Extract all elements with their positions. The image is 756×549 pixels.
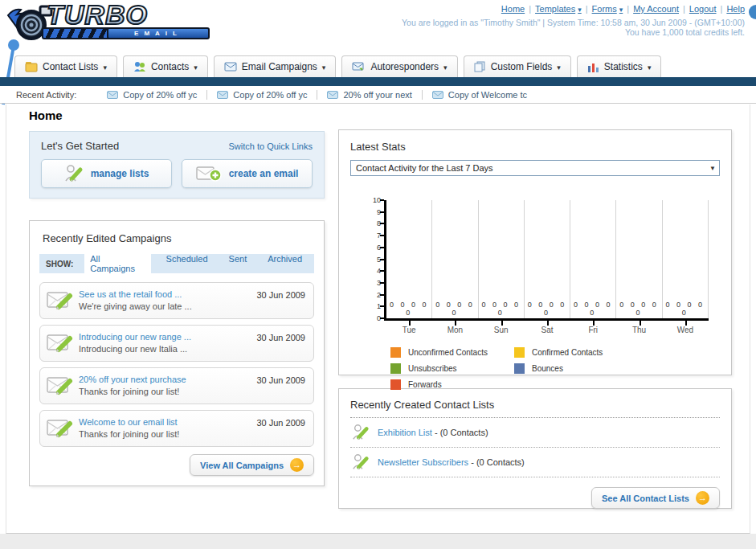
legend-item: Unsubscribes xyxy=(390,363,514,374)
legend-item: Confirmed Contacts xyxy=(514,347,638,358)
campaign-card[interactable]: Introducing our new range ... Introducin… xyxy=(39,325,314,362)
top-link-my-account[interactable]: My Account xyxy=(633,4,679,14)
legend-swatch xyxy=(390,347,401,358)
bar-value-labels: 0 0 0 0 0 xyxy=(570,301,615,317)
contact-list-link[interactable]: Newsletter Subscribers xyxy=(378,457,468,467)
recent-activity-item[interactable]: Copy of 20% off yc xyxy=(97,90,206,100)
top-link-help[interactable]: Help xyxy=(726,4,745,14)
campaign-card[interactable]: See us at the retail food ... We're givi… xyxy=(39,282,314,319)
campaign-card[interactable]: Welcome to our email list Thanks for joi… xyxy=(39,410,314,447)
envelope-plus-icon xyxy=(196,165,222,182)
campaign-filter[interactable]: Sent xyxy=(223,252,253,276)
campaign-title-link[interactable]: See us at the retail food ... xyxy=(79,289,182,299)
switch-quick-links[interactable]: Switch to Quick Links xyxy=(228,141,313,151)
campaign-date: 30 Jun 2009 xyxy=(256,375,305,385)
envelope-icon xyxy=(432,91,443,99)
chevron-down-icon xyxy=(557,61,561,72)
contact-list-item[interactable]: Newsletter Subscribers - (0 Contacts) xyxy=(350,448,720,477)
campaign-card[interactable]: 20% off your next purchase Thanks for jo… xyxy=(39,367,314,404)
y-tick-mark xyxy=(380,259,384,260)
recent-activity-label: Recent Activity: xyxy=(16,90,76,100)
tab-statistics[interactable]: Statistics xyxy=(577,55,662,77)
chart-day-group: 0 0 0 0 0Fri xyxy=(570,200,616,318)
x-tick-label: Tue xyxy=(386,326,431,334)
person-pencil-icon xyxy=(64,164,84,183)
help-bubble-icon[interactable] xyxy=(749,5,756,19)
campaign-date: 30 Jun 2009 xyxy=(256,418,305,428)
campaign-title-link[interactable]: Welcome to our email list xyxy=(79,417,178,427)
logo-hatch-decoration xyxy=(42,27,111,39)
recent-activity-items: Copy of 20% off yc Copy of 20% off yc 20… xyxy=(97,90,537,100)
app-logo: TURBO EMAIL xyxy=(6,2,210,44)
contact-list-link[interactable]: Exhibition List xyxy=(378,428,432,437)
get-started-title: Let's Get Started xyxy=(41,140,119,152)
top-link-logout[interactable]: Logout xyxy=(689,4,717,14)
person-pencil-icon xyxy=(352,453,370,472)
envelope-icon xyxy=(327,91,338,99)
legend-label: Unconfirmed Contacts xyxy=(408,348,488,357)
campaign-list: See us at the retail food ... We're givi… xyxy=(39,282,314,447)
view-all-campaigns-button[interactable]: View All Campaigns → xyxy=(190,454,314,476)
contact-list-item[interactable]: Exhibition List - (0 Contacts) xyxy=(350,418,720,448)
y-tick-label: 10 xyxy=(367,196,381,204)
show-label: SHOW: xyxy=(46,260,73,268)
top-link-templates[interactable]: Templates xyxy=(535,4,582,14)
tab-contacts[interactable]: Contacts xyxy=(123,55,208,77)
x-tick-label: Fri xyxy=(570,326,615,334)
campaign-date: 30 Jun 2009 xyxy=(256,333,305,342)
chevron-down-icon: ▼ xyxy=(709,165,716,172)
arrow-right-icon: → xyxy=(290,458,304,472)
contact-lists-title: Recently Created Contact Lists xyxy=(350,399,720,418)
campaign-subtitle: We're giving away our late ... xyxy=(79,301,192,311)
tab-contact-lists[interactable]: Contact Lists xyxy=(14,55,117,77)
y-tick-mark xyxy=(380,211,384,213)
campaign-filter[interactable]: Archived xyxy=(262,252,308,276)
campaign-title-link[interactable]: 20% off your next purchase xyxy=(79,375,186,384)
header: TURBO EMAIL Home|Templates|Forms|My Acco… xyxy=(0,0,756,55)
y-tick-label: 0 xyxy=(367,314,381,322)
top-nav-links: Home|Templates|Forms|My Account|Logout|H… xyxy=(501,4,745,14)
y-tick-label: 7 xyxy=(367,231,381,240)
top-link-home[interactable]: Home xyxy=(501,4,525,14)
campaign-filter[interactable]: All Campaigns xyxy=(84,252,150,276)
campaign-subtitle: Thanks for joining our list! xyxy=(79,387,179,396)
page-title: Home xyxy=(29,109,63,122)
bar-value-labels: 0 0 0 0 0 xyxy=(432,301,477,317)
navy-divider-bar xyxy=(0,77,756,86)
footer-strip xyxy=(0,534,756,549)
campaign-title-link[interactable]: Introducing our new range ... xyxy=(79,332,191,342)
logo-title: TURBO xyxy=(42,2,210,27)
x-tick-label: Sat xyxy=(525,326,570,334)
create-email-button[interactable]: create an email xyxy=(182,159,313,188)
chart-plot: 0 0 0 0 0Tue0 0 0 0 0Mon0 0 0 0 0Sun0 0 … xyxy=(386,200,709,318)
tab-autoresponders[interactable]: Autoresponders xyxy=(341,55,457,77)
manage-lists-button[interactable]: manage lists xyxy=(41,159,172,188)
legend-swatch xyxy=(514,347,525,358)
contact-activity-chart: 012345678910 0 0 0 0 0Tue0 0 0 0 0Mon0 0… xyxy=(384,200,709,321)
legend-item: Forwards xyxy=(390,379,514,390)
chart-day-group: 0 0 0 0 0Mon xyxy=(432,200,478,318)
tab-custom-fields[interactable]: Custom Fields xyxy=(464,55,571,77)
legend-swatch xyxy=(390,363,401,374)
logo-subtitle: EMAIL xyxy=(107,27,210,39)
stats-period-dropdown[interactable]: Contact Activity for the Last 7 Days ▼ xyxy=(350,160,720,176)
y-tick-label: 1 xyxy=(367,302,381,310)
recent-activity-item[interactable]: 20% off your next xyxy=(317,90,421,100)
custom-fields-icon xyxy=(474,61,486,72)
legend-label: Forwards xyxy=(408,380,442,389)
latest-stats-panel: Latest Stats Contact Activity for the La… xyxy=(338,129,732,375)
tab-email-campaigns[interactable]: Email Campaigns xyxy=(214,55,337,77)
envelope-icon xyxy=(107,91,118,99)
bar-chart-icon xyxy=(587,62,599,72)
see-all-contact-lists-button[interactable]: See All Contact Lists → xyxy=(591,487,720,509)
top-link-forms[interactable]: Forms xyxy=(592,4,623,14)
campaign-filter[interactable]: Scheduled xyxy=(161,252,214,276)
y-tick-mark xyxy=(380,223,384,224)
recent-activity-item[interactable]: Copy of 20% off yc xyxy=(206,90,317,100)
recent-activity-item[interactable]: Copy of Welcome tc xyxy=(422,90,537,100)
contact-list-count: - (0 Contacts) xyxy=(435,428,488,437)
envelope-icon xyxy=(224,62,237,72)
chart-day-group: 0 0 0 0 0Sun xyxy=(479,200,525,318)
chevron-down-icon xyxy=(648,61,652,72)
campaigns-filter-bar: SHOW: All Campaigns Scheduled Sent Archi… xyxy=(39,254,314,273)
